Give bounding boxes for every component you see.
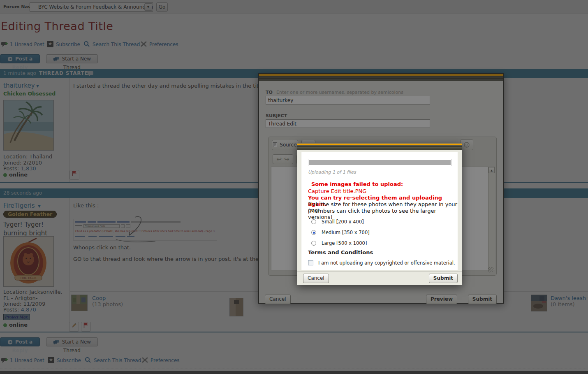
radio-large[interactable]	[311, 241, 316, 246]
upload-cancel-button[interactable]: Cancel	[303, 274, 329, 283]
upload-dialog-content: Uploading 1 of 1 files Some images faile…	[301, 152, 458, 270]
size-small-label: Small [200 x 400]	[322, 219, 364, 225]
dialog-backdrop[interactable]	[0, 0, 588, 374]
size-option-small[interactable]: Small [200 x 400]	[311, 217, 364, 225]
upload-progress-caption: Uploading 1 of 1 files	[308, 170, 356, 175]
terms-agree-row[interactable]: I am not uploading any copyrighted or of…	[308, 258, 455, 266]
size-option-large[interactable]: Large [500 x 1000]	[311, 239, 367, 246]
upload-progress-bar	[308, 159, 452, 166]
terms-checkbox[interactable]	[308, 260, 313, 265]
upload-error-title: Some images failed to upload:	[311, 181, 403, 187]
radio-medium-selected[interactable]	[311, 230, 316, 235]
upload-dialog-footer: Cancel Submit	[297, 271, 462, 285]
upload-submit-button[interactable]: Submit	[429, 274, 458, 283]
dialog-title-band[interactable]	[297, 145, 462, 150]
photo-upload-dialog: Uploading 1 of 1 files Some images faile…	[297, 143, 462, 285]
size-large-label: Large [500 x 1000]	[322, 240, 367, 246]
terms-title: Terms and Conditions	[308, 249, 373, 256]
size-medium-label: Medium [350 x 700]	[322, 230, 370, 235]
screen: Forum Nav: BYC Website & Forum Feedback …	[0, 0, 588, 374]
progress-fill	[309, 160, 451, 165]
radio-small[interactable]	[311, 219, 316, 224]
upload-error-filename: Capture Edit title.PNG	[308, 188, 366, 194]
terms-checkbox-label: I am not uploading any copyrighted or of…	[318, 260, 455, 266]
size-option-medium[interactable]: Medium [350 x 700]	[311, 228, 370, 236]
